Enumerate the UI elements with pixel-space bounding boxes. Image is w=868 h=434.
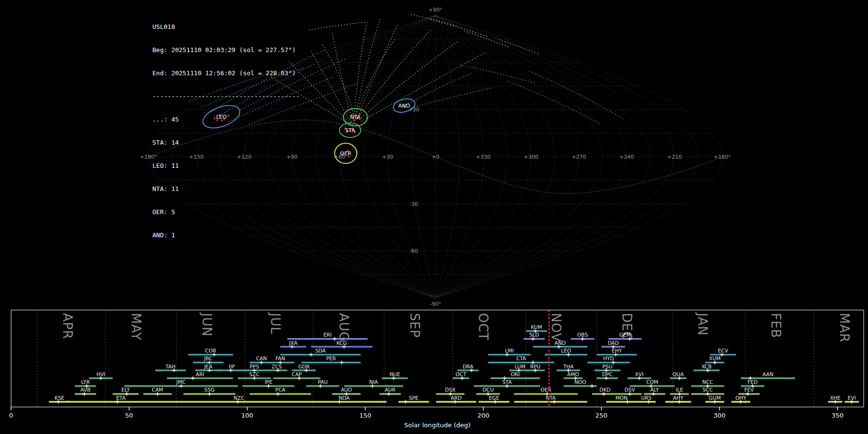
shower-code-label: ARI bbox=[196, 371, 204, 377]
observation-info-block: USL018 Beg: 20251110 02:03:29 (sol = 227… bbox=[152, 8, 299, 255]
shower-code-label: ZCS bbox=[271, 364, 282, 369]
x-tick-label: 200 bbox=[477, 412, 489, 419]
shower-oct: OCT bbox=[453, 371, 469, 380]
count-oer: OER: 5 bbox=[152, 208, 299, 216]
shower-xhe: XHE bbox=[828, 395, 842, 404]
shower-code-label: AHY bbox=[673, 395, 684, 401]
x-tick-label: 50 bbox=[125, 412, 134, 419]
shower-code-label: PER bbox=[326, 355, 336, 361]
shower-code-label: XCB bbox=[702, 364, 712, 369]
shower-code-label: OCT bbox=[456, 371, 467, 377]
shower-code-label: AUR bbox=[385, 387, 395, 393]
shower-code-label: ARD bbox=[451, 395, 462, 401]
shower-peak-marker bbox=[590, 384, 594, 388]
radiant-label: OER bbox=[340, 150, 352, 157]
shower-code-label: THA bbox=[563, 364, 574, 369]
count-sta: STA: 14 bbox=[152, 139, 299, 147]
shower-spe: SPE bbox=[398, 395, 429, 404]
shower-per: PER bbox=[301, 355, 360, 365]
shower-eri: ERI bbox=[287, 332, 367, 341]
shower-code-label: ERI bbox=[324, 332, 332, 338]
shower-code-label: FED bbox=[747, 379, 758, 385]
shower-code-label: QUA bbox=[673, 371, 684, 377]
shower-dpc: DPC bbox=[597, 371, 618, 380]
shower-code-label: XUM bbox=[709, 355, 720, 361]
shower-ori: ORI bbox=[490, 371, 540, 380]
shower-cap: CAP bbox=[273, 371, 321, 380]
radiant-label: AND bbox=[398, 103, 410, 109]
shower-and: AND bbox=[533, 340, 587, 349]
shower-code-label: EGE bbox=[489, 395, 499, 401]
meteor-track bbox=[356, 39, 395, 115]
meteor-track bbox=[411, 88, 493, 108]
shower-tah: TAH bbox=[155, 364, 186, 373]
shower-code-label: SZC bbox=[249, 371, 259, 377]
x-tick-label: 100 bbox=[241, 412, 253, 419]
lon-label: +270 bbox=[571, 154, 586, 160]
meteor-track bbox=[322, 44, 354, 117]
meteor-track bbox=[431, 19, 488, 37]
shower-code-label: PPS bbox=[250, 364, 259, 369]
shower-code-label: URS bbox=[641, 395, 651, 401]
shower-ard: ARD bbox=[436, 395, 476, 404]
meteor-track bbox=[464, 31, 509, 47]
shower-nta: NTA bbox=[514, 395, 587, 404]
month-label: JUN bbox=[200, 312, 214, 337]
shower-code-label: CTA bbox=[516, 355, 527, 361]
shower-code-label: DSX bbox=[445, 387, 456, 393]
shower-code-label: ALY bbox=[650, 387, 659, 393]
month-label: SEP bbox=[407, 313, 422, 338]
shower-code-label: DPC bbox=[602, 371, 613, 377]
shower-code-label: DSV bbox=[624, 387, 636, 393]
lon-label: +180° bbox=[714, 154, 731, 160]
shower-code-label: LUM bbox=[515, 364, 525, 369]
radiant-label: STA bbox=[345, 127, 355, 134]
shower-ipe: IPE bbox=[243, 379, 295, 388]
shower-qua: QUA bbox=[670, 371, 686, 380]
shower-code-label: KSE bbox=[54, 395, 64, 401]
shower-jxa: JXA bbox=[280, 340, 306, 349]
month-label: MAR bbox=[837, 313, 852, 342]
month-label: OCT bbox=[476, 313, 490, 341]
shower-code-label: ETA bbox=[116, 395, 126, 401]
shower-sda: SDA bbox=[280, 348, 360, 357]
shower-hvi: HVI bbox=[89, 371, 113, 380]
shower-code-label: NCC bbox=[702, 379, 713, 385]
shower-code-label: SCC bbox=[703, 387, 713, 393]
pole-label-north: +90° bbox=[429, 7, 443, 13]
shower-code-label: FAN bbox=[275, 355, 285, 361]
shower-code-label: IPE bbox=[265, 379, 272, 385]
shower-jmc: JMC bbox=[124, 379, 238, 388]
shower-zcs: ZCS bbox=[266, 364, 287, 373]
meteor-track bbox=[499, 40, 539, 54]
shower-nzc: NZC bbox=[176, 395, 302, 404]
shower-pau: PAU bbox=[306, 379, 339, 388]
shower-code-label: LEO bbox=[561, 348, 571, 353]
x-tick-label: 150 bbox=[359, 412, 371, 419]
shower-mon: MON bbox=[606, 395, 637, 404]
shower-code-label: OCU bbox=[483, 387, 494, 393]
month-label: AUG bbox=[337, 313, 351, 342]
shower-peak-marker bbox=[309, 353, 313, 356]
shower-ssg: SSG bbox=[183, 387, 235, 396]
begin-time: Beg: 20251110 02:03:29 (sol = 227.57°) bbox=[152, 46, 299, 54]
count-sporadic: ...: 45 bbox=[152, 116, 299, 123]
shower-code-label: EVI bbox=[848, 395, 856, 401]
shower-code-label: LMI bbox=[505, 348, 514, 353]
shower-code-label: SPE bbox=[409, 395, 419, 401]
shower-urs: URS bbox=[637, 395, 656, 404]
x-axis-title: Solar longitude (deg) bbox=[404, 421, 470, 429]
meteor-track bbox=[311, 51, 353, 125]
lon-label: +30 bbox=[382, 154, 393, 160]
shower-peak-marker bbox=[191, 376, 195, 380]
shower-code-label: IIP bbox=[229, 364, 235, 369]
meteor-track bbox=[310, 22, 366, 30]
count-nta: NTA: 11 bbox=[152, 185, 299, 193]
end-time: End: 20251110 12:56:02 (sol = 228.03°) bbox=[152, 69, 299, 77]
shower-code-label: NIA bbox=[369, 379, 379, 385]
shower-noo: NOO bbox=[564, 379, 597, 388]
lon-label: +330 bbox=[476, 154, 490, 160]
shower-code-label: CAN bbox=[256, 355, 267, 361]
shower-pca: PCA bbox=[250, 387, 311, 396]
shower-code-label: HVI bbox=[96, 371, 105, 377]
